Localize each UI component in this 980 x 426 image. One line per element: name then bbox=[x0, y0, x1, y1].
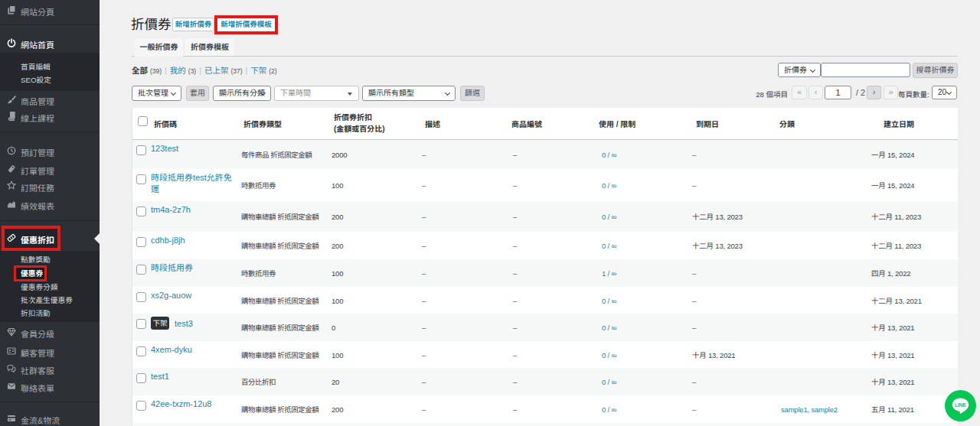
svg-text:LINE​: LINE​ bbox=[955, 402, 967, 408]
